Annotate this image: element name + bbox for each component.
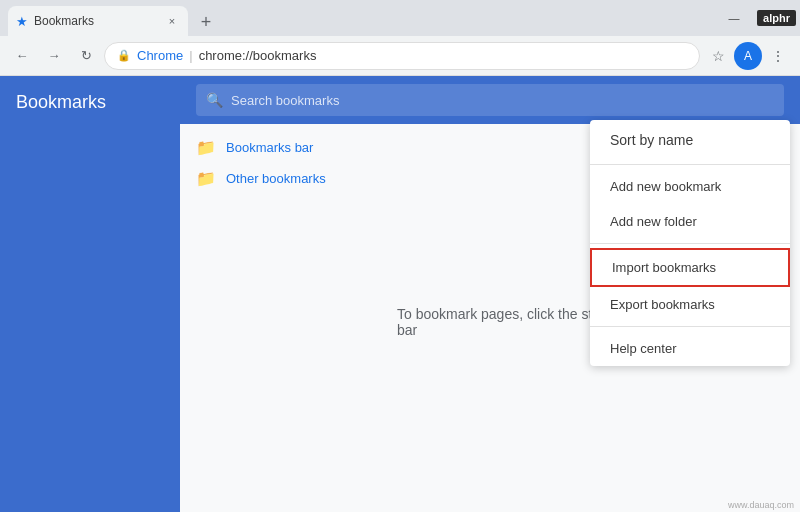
toolbar-actions: ☆ A ⋮ xyxy=(704,42,792,70)
star-button[interactable]: ☆ xyxy=(704,42,732,70)
sidebar: Bookmarks xyxy=(0,76,180,512)
add-folder-item[interactable]: Add new folder xyxy=(590,204,790,239)
url-bar[interactable]: 🔒 Chrome | chrome://bookmarks xyxy=(104,42,700,70)
page: Bookmarks 🔍 Search bookmarks 📁 Bookmarks… xyxy=(0,76,800,512)
bookmarks-toolbar: 🔍 Search bookmarks xyxy=(180,76,800,124)
url-divider: | xyxy=(189,48,192,63)
alphr-logo: alphr xyxy=(757,10,796,26)
search-bar[interactable]: 🔍 Search bookmarks xyxy=(196,84,784,116)
forward-button[interactable]: → xyxy=(40,42,68,70)
refresh-button[interactable]: ↻ xyxy=(72,42,100,70)
search-icon: 🔍 xyxy=(206,92,223,108)
url-brand: Chrome xyxy=(137,48,183,63)
minimize-button[interactable]: — xyxy=(711,0,757,36)
watermark: www.dauaq.com xyxy=(728,500,794,510)
tab-close-button[interactable]: × xyxy=(164,13,180,29)
lock-icon: 🔒 xyxy=(117,49,131,62)
main-content: 🔍 Search bookmarks 📁 Bookmarks bar 📁 Oth… xyxy=(180,76,800,512)
folder-icon: 📁 xyxy=(196,138,216,157)
export-bookmarks-item[interactable]: Export bookmarks xyxy=(590,287,790,322)
menu-divider-3 xyxy=(590,326,790,327)
dropdown-menu: Sort by name Add new bookmark Add new fo… xyxy=(590,120,790,366)
back-button[interactable]: ← xyxy=(8,42,36,70)
bookmark-label: Other bookmarks xyxy=(226,171,326,186)
new-tab-button[interactable]: + xyxy=(192,8,220,36)
bookmark-label: Bookmarks bar xyxy=(226,140,313,155)
avatar-button[interactable]: A xyxy=(734,42,762,70)
title-bar: ★ Bookmarks × + — alphr xyxy=(0,0,800,36)
url-full-text: chrome://bookmarks xyxy=(199,48,317,63)
menu-button[interactable]: ⋮ xyxy=(764,42,792,70)
add-bookmark-item[interactable]: Add new bookmark xyxy=(590,169,790,204)
menu-divider-1 xyxy=(590,164,790,165)
import-bookmarks-item[interactable]: Import bookmarks xyxy=(590,248,790,287)
help-center-item[interactable]: Help center xyxy=(590,331,790,366)
sort-by-name-item[interactable]: Sort by name xyxy=(590,120,790,160)
folder-icon: 📁 xyxy=(196,169,216,188)
tab-strip: ★ Bookmarks × + xyxy=(8,0,220,36)
window-controls: — alphr xyxy=(711,0,800,36)
search-placeholder: Search bookmarks xyxy=(231,93,339,108)
tab-favicon: ★ xyxy=(16,14,28,29)
sidebar-title: Bookmarks xyxy=(0,76,180,129)
menu-divider-2 xyxy=(590,243,790,244)
active-tab[interactable]: ★ Bookmarks × xyxy=(8,6,188,36)
tab-title: Bookmarks xyxy=(34,14,158,28)
address-bar: ← → ↻ 🔒 Chrome | chrome://bookmarks ☆ A … xyxy=(0,36,800,76)
